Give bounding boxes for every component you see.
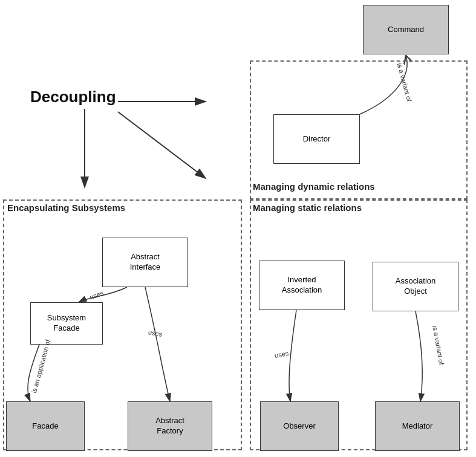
director-box: Director [273, 114, 360, 164]
decoupling-label: Decoupling [30, 88, 116, 106]
diagram-container: Decoupling Managing dynamic relations En… [0, 0, 476, 457]
inverted-association-box: InvertedAssociation [259, 261, 345, 310]
subsystem-facade-box: SubsystemFacade [30, 302, 103, 345]
abstract-factory-box: AbstractFactory [128, 401, 212, 451]
region-managing-static-label: Managing static relations [253, 203, 362, 213]
facade-box: Facade [6, 401, 85, 451]
svg-line-3 [118, 112, 206, 178]
mediator-box: Mediator [375, 401, 460, 451]
region-encapsulating-label: Encapsulating Subsystems [7, 203, 125, 213]
abstract-interface-box: AbstractInterface [102, 238, 188, 287]
command-box: Command [363, 5, 449, 54]
observer-box: Observer [260, 401, 339, 451]
association-object-box: AssociationObject [373, 262, 458, 311]
region-managing-dynamic-label: Managing dynamic relations [253, 181, 375, 192]
